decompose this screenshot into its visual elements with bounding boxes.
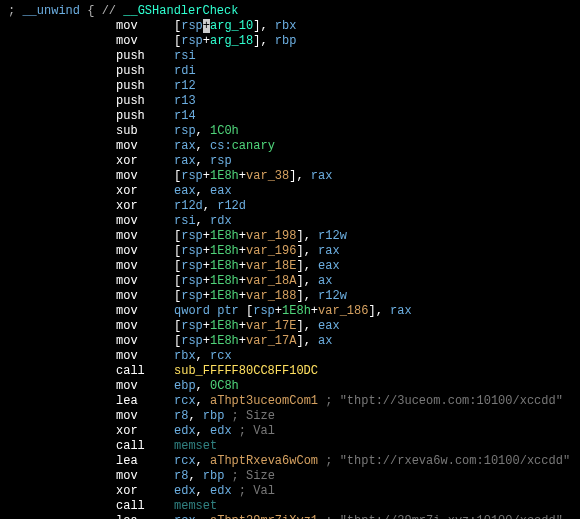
function-name[interactable]: memset <box>174 499 217 513</box>
register[interactable]: rbx <box>275 19 297 33</box>
asm-line[interactable]: mov[rsp+1E8h+var_17A], ax <box>8 334 572 349</box>
asm-line[interactable]: learcx, aThpt29mr7iXyz1 ; "thpt://29mr7i… <box>8 514 572 519</box>
asm-line[interactable]: mov[rsp+arg_18], rbp <box>8 34 572 49</box>
register[interactable]: r13 <box>174 94 196 108</box>
register[interactable]: rsp <box>181 259 203 273</box>
register[interactable]: rcx <box>174 514 196 519</box>
register[interactable]: rax <box>311 169 333 183</box>
stack-arg[interactable]: arg_10 <box>210 19 253 33</box>
register[interactable]: r14 <box>174 109 196 123</box>
asm-line[interactable]: pushrdi <box>8 64 572 79</box>
register[interactable]: r12d <box>174 199 203 213</box>
stack-var[interactable]: var_188 <box>246 289 296 303</box>
register[interactable]: rsp <box>181 19 203 33</box>
asm-line[interactable]: mov[rsp+1E8h+var_18E], eax <box>8 259 572 274</box>
function-name[interactable]: memset <box>174 439 217 453</box>
register[interactable]: rbp <box>203 469 225 483</box>
register[interactable]: rsp <box>181 319 203 333</box>
asm-line[interactable]: callsub_FFFFF80CC8FF10DC <box>8 364 572 379</box>
stack-var[interactable]: var_17A <box>246 334 296 348</box>
register[interactable]: rsp <box>181 274 203 288</box>
register[interactable]: rcx <box>174 394 196 408</box>
data-name-ref[interactable]: aThptRxeva6wCom <box>210 454 318 468</box>
register[interactable]: rsp <box>210 154 232 168</box>
asm-line[interactable]: pushr14 <box>8 109 572 124</box>
register[interactable]: rax <box>390 304 412 318</box>
register[interactable]: edx <box>210 424 232 438</box>
register[interactable]: rbp <box>275 34 297 48</box>
register[interactable]: r12 <box>174 79 196 93</box>
asm-line[interactable]: pushr13 <box>8 94 572 109</box>
asm-line[interactable]: mov[rsp+1E8h+var_196], rax <box>8 244 572 259</box>
register[interactable]: rsp <box>181 229 203 243</box>
asm-line[interactable]: movrax, cs:canary <box>8 139 572 154</box>
register[interactable]: r8 <box>174 409 188 423</box>
asm-line[interactable]: mov[rsp+1E8h+var_198], r12w <box>8 229 572 244</box>
register[interactable]: rsi <box>174 214 196 228</box>
register[interactable]: eax <box>318 259 340 273</box>
register[interactable]: rax <box>174 139 196 153</box>
asm-line[interactable]: learcx, aThptRxeva6wCom ; "thpt://rxeva6… <box>8 454 572 469</box>
register[interactable]: eax <box>174 184 196 198</box>
asm-line[interactable]: pushrsi <box>8 49 572 64</box>
register[interactable]: edx <box>174 484 196 498</box>
stack-var[interactable]: var_18A <box>246 274 296 288</box>
register[interactable]: rax <box>174 154 196 168</box>
asm-line[interactable]: subrsp, 1C0h <box>8 124 572 139</box>
asm-line[interactable]: pushr12 <box>8 79 572 94</box>
register[interactable]: rsp <box>181 169 203 183</box>
stack-var[interactable]: var_17E <box>246 319 296 333</box>
register[interactable]: rbx <box>174 349 196 363</box>
stack-var[interactable]: var_186 <box>318 304 368 318</box>
asm-line[interactable]: learcx, aThpt3uceomCom1 ; "thpt://3uceom… <box>8 394 572 409</box>
asm-line[interactable]: movrsi, rdx <box>8 214 572 229</box>
register[interactable]: ebp <box>174 379 196 393</box>
register[interactable]: rsp <box>181 34 203 48</box>
stack-arg[interactable]: arg_18 <box>210 34 253 48</box>
register[interactable]: rax <box>318 244 340 258</box>
register[interactable]: ax <box>318 274 332 288</box>
subroutine[interactable]: sub_FFFFF80CC8FF10DC <box>174 364 318 378</box>
register[interactable]: r12w <box>318 229 347 243</box>
register[interactable]: rsp <box>174 124 196 138</box>
asm-line[interactable]: mov[rsp+1E8h+var_38], rax <box>8 169 572 184</box>
asm-line[interactable]: callmemset <box>8 439 572 454</box>
asm-line[interactable]: mov[rsp+1E8h+var_188], r12w <box>8 289 572 304</box>
asm-line[interactable]: xoredx, edx ; Val <box>8 424 572 439</box>
asm-line[interactable]: xoredx, edx ; Val <box>8 484 572 499</box>
register[interactable]: r12d <box>217 199 246 213</box>
register[interactable]: rsp <box>181 289 203 303</box>
register[interactable]: eax <box>210 184 232 198</box>
asm-line[interactable]: movebp, 0C8h <box>8 379 572 394</box>
register[interactable]: rdx <box>210 214 232 228</box>
asm-line[interactable]: movr8, rbp ; Size <box>8 469 572 484</box>
asm-line[interactable]: movqword ptr [rsp+1E8h+var_186], rax <box>8 304 572 319</box>
asm-line[interactable]: xorr12d, r12d <box>8 199 572 214</box>
asm-line[interactable]: mov[rsp+arg_10], rbx <box>8 19 572 34</box>
register[interactable]: rsp <box>181 244 203 258</box>
asm-line[interactable]: mov[rsp+1E8h+var_18A], ax <box>8 274 572 289</box>
stack-var[interactable]: var_38 <box>246 169 289 183</box>
register[interactable]: edx <box>174 424 196 438</box>
asm-line[interactable]: xorrax, rsp <box>8 154 572 169</box>
register[interactable]: rsp <box>253 304 275 318</box>
data-name-ref[interactable]: aThpt29mr7iXyz1 <box>210 514 318 519</box>
register[interactable]: rdi <box>174 64 196 78</box>
asm-line[interactable]: xoreax, eax <box>8 184 572 199</box>
data-name-ref[interactable]: aThpt3uceomCom1 <box>210 394 318 408</box>
global-symbol[interactable]: canary <box>232 139 275 153</box>
stack-var[interactable]: var_18E <box>246 259 296 273</box>
register[interactable]: rcx <box>174 454 196 468</box>
register[interactable]: ax <box>318 334 332 348</box>
register[interactable]: r8 <box>174 469 188 483</box>
register[interactable]: eax <box>318 319 340 333</box>
asm-line[interactable]: mov[rsp+1E8h+var_17E], eax <box>8 319 572 334</box>
register[interactable]: r12w <box>318 289 347 303</box>
stack-var[interactable]: var_196 <box>246 244 296 258</box>
register[interactable]: rsi <box>174 49 196 63</box>
register[interactable]: rsp <box>181 334 203 348</box>
asm-line[interactable]: movrbx, rcx <box>8 349 572 364</box>
stack-var[interactable]: var_198 <box>246 229 296 243</box>
register[interactable]: rcx <box>210 349 232 363</box>
asm-line[interactable]: movr8, rbp ; Size <box>8 409 572 424</box>
